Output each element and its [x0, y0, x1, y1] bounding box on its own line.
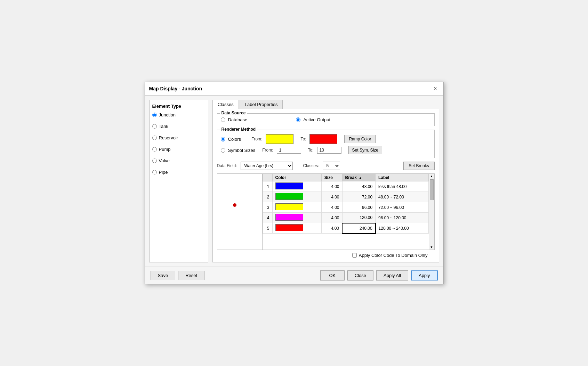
radio-active-output[interactable]: Active Output	[296, 117, 330, 122]
row-size: 4.00	[321, 192, 342, 202]
table-row: 5 4.00 240.00 120.00 ~ 240.00	[263, 223, 428, 234]
scrollbar-thumb[interactable]	[430, 179, 434, 200]
row-size: 4.00	[321, 213, 342, 223]
valve-label: Valve	[159, 158, 170, 163]
radio-colors[interactable]: Colors	[221, 137, 241, 142]
table-row: 3 4.00 96.00 72.00 ~ 96.00	[263, 202, 428, 213]
col-break[interactable]: Break ▲	[342, 174, 376, 181]
tank-label: Tank	[159, 124, 168, 129]
row-break-active[interactable]: 240.00	[342, 223, 376, 234]
size-from-input[interactable]	[277, 147, 301, 154]
table-row: 4 4.00 120.00 96.00 ~ 120.00	[263, 213, 428, 223]
data-field-row: Data Field: Water Age (hrs) Pressure Dem…	[217, 162, 435, 170]
footer-right: OK Close Apply All Apply	[320, 270, 438, 280]
renderer-method-label: Renderer Method	[220, 127, 257, 132]
scroll-down-icon[interactable]: ▼	[429, 245, 434, 250]
colors-label: Colors	[228, 137, 241, 142]
row-label: 120.00 ~ 240.00	[376, 223, 428, 234]
table-container[interactable]: Color Size Break ▲ Label	[263, 174, 429, 250]
ok-button[interactable]: OK	[320, 270, 345, 280]
radio-reservoir[interactable]: Reservoir	[152, 135, 205, 140]
row-label: 48.00 ~ 72.00	[376, 192, 428, 202]
table-wrapper: Color Size Break ▲ Label	[263, 174, 434, 250]
row-label: 72.00 ~ 96.00	[376, 202, 428, 213]
row-color-cell[interactable]	[272, 213, 321, 223]
row-num: 2	[263, 192, 272, 202]
set-sym-size-button[interactable]: Set Sym. Size	[348, 146, 382, 154]
dialog-footer: Save Reset OK Close Apply All Apply	[145, 267, 443, 284]
row-color-cell[interactable]	[272, 192, 321, 202]
from-label-colors: From:	[251, 137, 262, 141]
radio-pump[interactable]: Pump	[152, 147, 205, 152]
apply-all-button[interactable]: Apply All	[376, 270, 408, 280]
data-source-row: Database Active Output	[221, 116, 431, 122]
radio-junction[interactable]: Junction	[152, 112, 205, 117]
row-color-cell[interactable]	[272, 181, 321, 192]
ramp-color-button[interactable]: Ramp Color	[344, 135, 376, 143]
scrollbar[interactable]: ▲ ▼	[429, 174, 434, 250]
col-color: Color	[272, 174, 321, 181]
row-size: 4.00	[321, 223, 342, 234]
size-to-input[interactable]	[317, 147, 341, 154]
color-from-swatch[interactable]	[266, 134, 293, 144]
dialog-title: Map Display - Junction	[149, 86, 202, 91]
map-display-dialog: Map Display - Junction × Element Type Ju…	[145, 82, 444, 284]
symbol-sizes-label: Symbol Sizes	[228, 148, 256, 153]
scroll-up-icon[interactable]: ▲	[429, 174, 434, 179]
element-type-panel: Element Type Junction Tank Reservoir Pum…	[149, 100, 208, 262]
to-label-sizes: To:	[308, 148, 314, 153]
tab-label-properties[interactable]: Label Properties	[240, 100, 283, 109]
apply-color-code-label[interactable]: Apply Color Code To Domain Only	[359, 253, 428, 258]
row-num: 1	[263, 181, 272, 192]
classes-select[interactable]: 3 4 5 6 7 8	[323, 162, 340, 170]
tab-content-classes: Data Source Database Active Output	[212, 109, 439, 262]
pump-label: Pump	[159, 147, 171, 152]
reservoir-label: Reservoir	[159, 135, 178, 140]
to-label-colors: To:	[300, 137, 306, 141]
col-num	[263, 174, 272, 181]
table-row: 1 4.00 48.00 less than 48.00	[263, 181, 428, 192]
footer-left: Save Reset	[151, 271, 205, 280]
close-dialog-button[interactable]: Close	[347, 270, 373, 280]
table-row: 2 4.00 72.00 48.00 ~ 72.00	[263, 192, 428, 202]
colors-row: Colors From: To: Ramp Color	[221, 134, 431, 144]
row-num: 5	[263, 223, 272, 234]
row-num: 4	[263, 213, 272, 223]
data-source-label: Data Source	[220, 111, 247, 115]
row-size: 4.00	[321, 202, 342, 213]
pipe-label: Pipe	[159, 170, 168, 175]
reset-button[interactable]: Reset	[178, 271, 204, 280]
right-panel: Classes Label Properties Data Source Dat…	[212, 100, 439, 262]
row-color-cell[interactable]	[272, 223, 321, 234]
radio-valve[interactable]: Valve	[152, 158, 205, 163]
row-break[interactable]: 120.00	[342, 213, 376, 223]
row-label: less than 48.00	[376, 181, 428, 192]
col-label: Label	[376, 174, 428, 181]
row-break[interactable]: 96.00	[342, 202, 376, 213]
active-output-label: Active Output	[303, 117, 330, 122]
row-color-cell[interactable]	[272, 202, 321, 213]
row-break[interactable]: 48.00	[342, 181, 376, 192]
row-size: 4.00	[321, 181, 342, 192]
radio-tank[interactable]: Tank	[152, 124, 205, 129]
preview-pane	[217, 174, 263, 250]
apply-button[interactable]: Apply	[411, 270, 438, 280]
element-type-title: Element Type	[152, 104, 205, 109]
classes-table: Color Size Break ▲ Label	[263, 174, 429, 234]
tab-classes[interactable]: Classes	[212, 100, 239, 109]
color-to-swatch[interactable]	[309, 134, 337, 144]
title-bar: Map Display - Junction ×	[145, 82, 443, 96]
radio-pipe[interactable]: Pipe	[152, 170, 205, 175]
set-breaks-button[interactable]: Set Breaks	[403, 162, 435, 170]
radio-database[interactable]: Database	[221, 117, 248, 122]
close-icon[interactable]: ×	[432, 85, 439, 92]
junction-label: Junction	[159, 112, 176, 117]
tab-bar: Classes Label Properties	[212, 100, 439, 109]
radio-symbol-sizes[interactable]: Symbol Sizes	[221, 148, 256, 153]
apply-color-code-checkbox[interactable]	[352, 253, 357, 258]
data-field-select[interactable]: Water Age (hrs) Pressure Demand Head Chl…	[241, 162, 293, 170]
symbol-sizes-row: Symbol Sizes From: To: Set Sym. Size	[221, 146, 431, 154]
row-break[interactable]: 72.00	[342, 192, 376, 202]
preview-dot	[233, 203, 236, 207]
save-button[interactable]: Save	[151, 271, 176, 280]
